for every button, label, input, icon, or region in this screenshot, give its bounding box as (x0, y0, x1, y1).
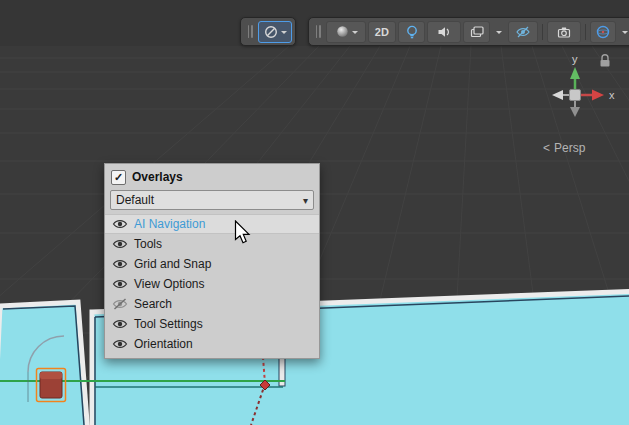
eye-icon[interactable] (112, 238, 128, 250)
scene-effects-button[interactable] (463, 21, 490, 43)
menu-item-label: View Options (134, 277, 204, 291)
menu-item-label: Tool Settings (134, 317, 203, 331)
eye-icon[interactable] (112, 258, 128, 270)
eye-icon[interactable] (112, 278, 128, 290)
gizmo-center-cube[interactable] (570, 90, 581, 101)
lightbulb-icon (404, 24, 420, 40)
menu-item-label: Tools (134, 237, 162, 251)
chevron-down-icon: ▾ (303, 195, 308, 206)
unity-scene-view: 2D (0, 0, 629, 425)
overlays-enabled-checkbox[interactable]: ✓ (111, 170, 126, 185)
eye-icon[interactable] (112, 218, 128, 230)
camera-icon (556, 24, 572, 40)
shaded-sphere-icon (335, 24, 350, 39)
floor-left[interactable] (0, 302, 88, 425)
menu-item-label: Grid and Snap (134, 257, 211, 271)
effects-layers-icon (469, 24, 485, 40)
overlays-preset-dropdown[interactable]: Default ▾ (110, 190, 314, 210)
scene-camera-button[interactable] (547, 21, 581, 43)
overlays-menu: ✓ Overlays Default ▾ AI Navigation Tools (104, 163, 320, 359)
effects-dropdown-button[interactable] (492, 21, 506, 43)
orientation-gizmo[interactable]: y x (536, 48, 628, 128)
2d-toggle-button[interactable]: 2D (368, 21, 396, 43)
chevron-down-icon (622, 31, 628, 37)
axis-target-icon (595, 24, 611, 40)
axis-x-label: x (609, 89, 615, 101)
gizmos-button[interactable] (590, 21, 616, 43)
chevron-down-icon (496, 31, 502, 37)
projection-label: Persp (554, 141, 585, 155)
axis-neg-y-arrow[interactable] (570, 107, 580, 117)
view-tool-icon (263, 24, 279, 40)
scene-lighting-button[interactable] (398, 21, 425, 43)
overlays-title: Overlays (132, 170, 183, 184)
overlays-item-search[interactable]: Search (105, 294, 319, 314)
drag-handle-icon[interactable] (313, 25, 323, 38)
overlays-item-list: AI Navigation Tools Grid and Snap View O… (105, 214, 319, 354)
projection-prefix: < (543, 141, 550, 155)
overlays-item-view-options[interactable]: View Options (105, 274, 319, 294)
chevron-down-icon (281, 31, 287, 37)
overlays-item-grid-and-snap[interactable]: Grid and Snap (105, 254, 319, 274)
view-tool-button[interactable] (258, 21, 292, 43)
overlays-item-tools[interactable]: Tools (105, 234, 319, 254)
preset-value: Default (116, 193, 154, 207)
eye-off-icon[interactable] (112, 298, 128, 310)
drag-handle-icon[interactable] (245, 25, 255, 38)
draw-mode-button[interactable] (326, 21, 366, 43)
speaker-icon (436, 24, 452, 40)
overlays-header: ✓ Overlays (105, 164, 319, 188)
scene-visibility-button[interactable] (508, 21, 538, 43)
toolbar-group-view-options: 2D (308, 17, 629, 46)
eye-slash-icon (515, 24, 531, 40)
2d-label: 2D (375, 26, 390, 38)
axis-y-label: y (572, 53, 578, 65)
toolbar-separator (542, 24, 543, 40)
toolbar-separator (585, 24, 586, 40)
menu-item-label: AI Navigation (134, 217, 205, 231)
axis-neg-x-arrow[interactable] (552, 90, 563, 100)
overlays-item-tool-settings[interactable]: Tool Settings (105, 314, 319, 334)
toolbar-group-tools (240, 17, 296, 46)
scene-audio-button[interactable] (427, 21, 461, 43)
eye-icon[interactable] (112, 318, 128, 330)
menu-item-label: Search (134, 297, 172, 311)
menu-item-label: Orientation (134, 337, 193, 351)
lock-icon[interactable] (601, 55, 610, 67)
gizmos-dropdown-button[interactable] (618, 21, 629, 43)
projection-toggle[interactable]: < Persp (543, 141, 585, 155)
overlays-item-ai-navigation[interactable]: AI Navigation (105, 214, 319, 234)
chevron-down-icon (352, 31, 358, 37)
eye-icon[interactable] (112, 338, 128, 350)
overlays-item-orientation[interactable]: Orientation (105, 334, 319, 354)
